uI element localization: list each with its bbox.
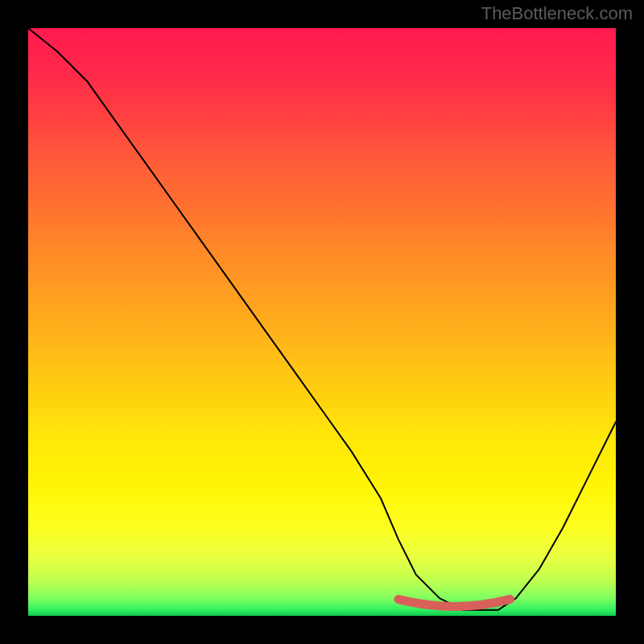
chart-container: TheBottleneck.com [0,0,644,644]
watermark-text: TheBottleneck.com [481,3,633,24]
curve-layer [28,28,616,616]
bottleneck-curve [28,28,616,610]
highlight-region [398,599,510,606]
plot-area [28,28,616,616]
